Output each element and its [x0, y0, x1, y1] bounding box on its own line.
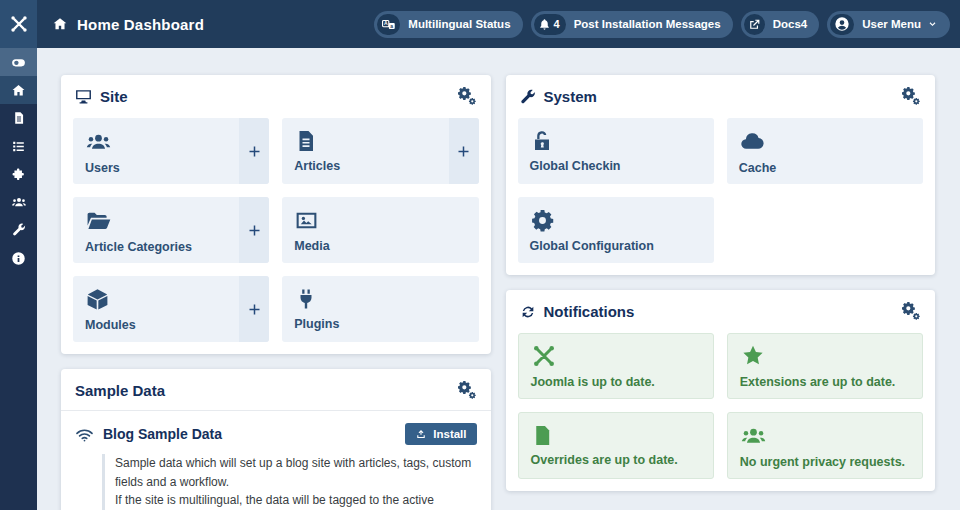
- plug-icon: [294, 287, 466, 311]
- wrench-icon: [520, 89, 536, 105]
- site-card-title: Site: [100, 88, 128, 105]
- tile-label: Cache: [739, 161, 911, 175]
- notification-tiles: Joomla is up to date. Extensions are up …: [506, 331, 936, 491]
- sidebar-item-toggle-menu[interactable]: [0, 48, 37, 76]
- unlock-icon: [530, 129, 702, 153]
- plus-icon: [247, 223, 262, 238]
- left-column: Site: [61, 75, 491, 510]
- description-line: Sample data which will set up a blog sit…: [115, 454, 477, 491]
- dashboard-content: Site: [37, 48, 960, 510]
- description-line: If the site is multilingual, the data wi…: [115, 491, 477, 510]
- tile-label: Joomla is up to date.: [531, 375, 701, 389]
- notifications-card-title: Notifications: [544, 303, 635, 320]
- user-menu-button[interactable]: User Menu: [827, 11, 950, 38]
- wifi-icon: [75, 425, 94, 444]
- multilingual-status-label: Multilingual Status: [408, 18, 510, 30]
- sidebar-item-home[interactable]: [0, 76, 37, 104]
- language-icon: A a: [377, 14, 400, 35]
- tile-privacy-requests[interactable]: No urgent privacy requests.: [727, 412, 923, 479]
- cogs-icon[interactable]: [458, 381, 477, 400]
- wrench-icon: [12, 223, 26, 237]
- docs-button[interactable]: Docs4: [741, 11, 820, 38]
- plus-icon: [247, 302, 262, 317]
- cogs-icon[interactable]: [458, 87, 477, 106]
- tile-label: Extensions are up to date.: [740, 375, 910, 389]
- plus-icon: [247, 144, 262, 159]
- cogs-icon[interactable]: [902, 87, 921, 106]
- gear-icon: [530, 208, 702, 233]
- tile-label: Modules: [85, 318, 227, 332]
- notifications-card-header: Notifications: [506, 290, 936, 331]
- sidebar-item-system[interactable]: [0, 216, 37, 244]
- system-tiles: Global Checkin Cache: [506, 116, 936, 275]
- add-users-button[interactable]: [239, 118, 269, 184]
- tile-label: Media: [294, 239, 466, 253]
- install-button-label: Install: [433, 428, 466, 440]
- post-installation-messages-button[interactable]: 4 Post Installation Messages: [531, 11, 733, 38]
- tile-media[interactable]: Media: [282, 197, 478, 263]
- cogs-icon[interactable]: [902, 302, 921, 321]
- site-card-header: Site: [61, 75, 491, 116]
- multilingual-status-button[interactable]: A a Multilingual Status: [374, 11, 522, 38]
- tile-joomla-up-to-date[interactable]: Joomla is up to date.: [518, 333, 714, 399]
- add-module-button[interactable]: [239, 276, 269, 342]
- user-menu-label: User Menu: [862, 18, 921, 30]
- messages-count-badge: 4: [554, 18, 562, 30]
- upload-icon: [415, 428, 427, 440]
- sidebar: [0, 48, 37, 510]
- sidebar-item-users[interactable]: [0, 188, 37, 216]
- image-icon: [294, 208, 466, 233]
- svg-text:A: A: [384, 20, 388, 26]
- list-icon: [11, 139, 26, 154]
- top-header: Home Dashboard A a Multilingual Status 4: [0, 0, 960, 48]
- sidebar-item-content[interactable]: [0, 104, 37, 132]
- toggle-icon: [10, 54, 27, 71]
- install-button[interactable]: Install: [405, 423, 476, 445]
- tile-extensions-up-to-date[interactable]: Extensions are up to date.: [727, 333, 923, 399]
- system-card-title: System: [544, 88, 597, 105]
- tile-label: Plugins: [294, 317, 466, 331]
- joomla-logo-icon: [531, 343, 701, 369]
- blog-sample-data-title: Blog Sample Data: [103, 426, 222, 442]
- tile-cache[interactable]: Cache: [727, 118, 923, 184]
- cube-icon: [85, 287, 227, 312]
- users-icon: [85, 128, 227, 155]
- site-tiles: Users Artic: [61, 116, 491, 354]
- star-icon: [740, 343, 910, 369]
- chevron-down-icon: [927, 19, 938, 30]
- users-icon: [740, 422, 910, 449]
- tile-label: Users: [85, 161, 227, 175]
- joomla-logo[interactable]: [0, 0, 37, 48]
- sample-data-card-title: Sample Data: [75, 382, 165, 399]
- sample-data-body: Blog Sample Data Install Sample data whi…: [61, 411, 491, 510]
- home-icon: [52, 16, 68, 32]
- notifications-card: Notifications: [506, 290, 936, 491]
- blog-sample-data-row: Blog Sample Data Install: [75, 423, 477, 445]
- sidebar-item-menus[interactable]: [0, 132, 37, 160]
- tile-label: Global Configuration: [530, 239, 702, 253]
- add-article-button[interactable]: [449, 118, 479, 184]
- add-category-button[interactable]: [239, 197, 269, 263]
- page-title: Home Dashboard: [77, 16, 204, 33]
- tile-plugins[interactable]: Plugins: [282, 276, 478, 342]
- empty-cell: [727, 197, 923, 263]
- bell-icon: 4: [534, 14, 566, 35]
- tile-users[interactable]: Users: [73, 118, 269, 184]
- tile-articles[interactable]: Articles: [282, 118, 478, 184]
- tile-article-categories[interactable]: Article Categories: [73, 197, 269, 263]
- tile-label: Overrides are up to date.: [531, 453, 701, 467]
- sample-data-description: Sample data which will set up a blog sit…: [102, 454, 477, 510]
- file-icon: [12, 111, 26, 125]
- tile-modules[interactable]: Modules: [73, 276, 269, 342]
- header-actions: A a Multilingual Status 4 Post Installat…: [374, 11, 960, 38]
- tile-global-checkin[interactable]: Global Checkin: [518, 118, 714, 184]
- puzzle-icon: [11, 167, 26, 182]
- tile-global-configuration[interactable]: Global Configuration: [518, 197, 714, 263]
- sidebar-item-components[interactable]: [0, 160, 37, 188]
- file-solid-icon: [531, 424, 701, 447]
- sidebar-item-help[interactable]: [0, 244, 37, 272]
- info-icon: [11, 251, 26, 266]
- tile-label: Global Checkin: [530, 159, 702, 173]
- tile-overrides-up-to-date[interactable]: Overrides are up to date.: [518, 412, 714, 479]
- external-link-icon: [744, 14, 765, 35]
